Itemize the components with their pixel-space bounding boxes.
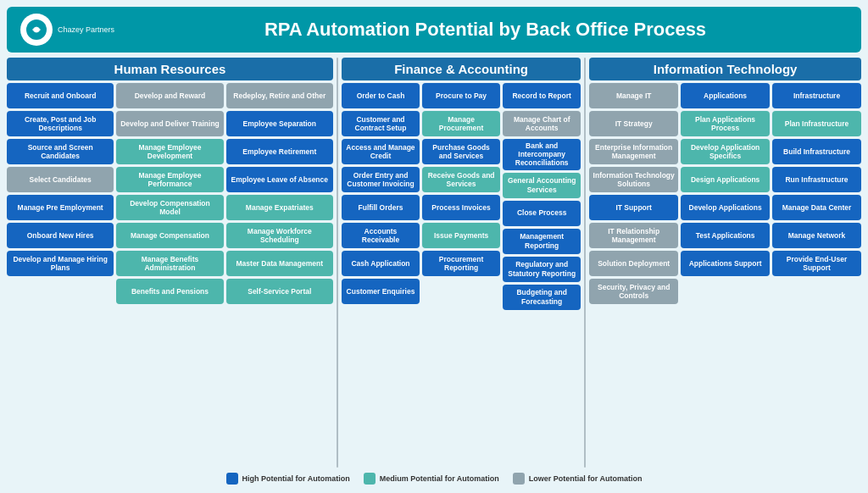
it-infrastructure: Infrastructure xyxy=(772,83,861,108)
fa-procure-pay: Procure to Pay xyxy=(422,83,500,108)
legend: High Potential for Automation Medium Pot… xyxy=(7,471,861,486)
hr-col-2: Develop and Reward Develop and Deliver T… xyxy=(116,83,223,468)
logo-area: Chazey Partners xyxy=(20,14,114,46)
fa-gen-acct: General Accounting Services xyxy=(503,173,581,198)
it-plan-infra: Plan Infrastructure xyxy=(772,111,861,136)
fa-col-3: Record to Report Manage Chart of Account… xyxy=(503,83,581,468)
section-hr: Human Resources Recruit and Onboard Crea… xyxy=(7,58,333,468)
fa-columns: Order to Cash Customer and Contract Setu… xyxy=(342,83,581,468)
fa-manage-proc: Manage Procurement xyxy=(422,111,500,136)
it-empty-2 xyxy=(772,279,861,304)
fa-header: Finance & Accounting xyxy=(342,58,581,80)
hr-redeploy: Redeploy, Retire and Other xyxy=(226,83,333,108)
hr-develop-deliver: Develop and Deliver Training xyxy=(116,111,223,136)
fa-receive: Receive Goods and Services xyxy=(422,167,500,192)
divider-hr-fa xyxy=(337,58,338,468)
hr-develop-hiring: Develop and Manage Hiring Plans xyxy=(7,251,114,276)
fa-credit: Access and Manage Credit xyxy=(342,139,420,164)
hr-select: Select Candidates xyxy=(7,167,114,192)
hr-develop-comp: Develop Compensation Model xyxy=(116,195,223,220)
header-title: RPA Automation Potential by Back Office … xyxy=(123,19,848,41)
fa-issue-pay: Issue Payments xyxy=(422,223,500,248)
logo-text: Chazey Partners xyxy=(58,25,114,35)
fa-order-entry: Order Entry and Customer Invoicing xyxy=(342,167,420,192)
page-container: Chazey Partners RPA Automation Potential… xyxy=(0,0,868,493)
legend-med-box xyxy=(364,473,376,485)
fa-col-2: Procure to Pay Manage Procurement Purcha… xyxy=(422,83,500,468)
it-data-center: Manage Data Center xyxy=(772,195,861,220)
fa-budgeting: Budgeting and Forecasting xyxy=(503,285,581,310)
fa-reg-report: Regulatory and Statutory Reporting xyxy=(503,257,581,282)
legend-low-label: Lower Potential for Automation xyxy=(529,474,643,483)
logo-circle xyxy=(20,14,53,46)
hr-header: Human Resources xyxy=(7,58,333,80)
fa-close-process: Close Process xyxy=(503,201,581,226)
hr-manage-comp: Manage Compensation xyxy=(116,223,223,248)
it-manage-it: Manage IT xyxy=(589,83,678,108)
page-header: Chazey Partners RPA Automation Potential… xyxy=(7,7,861,53)
fa-mgmt-report: Management Reporting xyxy=(503,229,581,254)
fa-empty-1 xyxy=(422,279,500,304)
it-test-apps: Test Applications xyxy=(681,223,770,248)
hr-recruit: Recruit and Onboard xyxy=(7,83,114,108)
fa-chart-accounts: Manage Chart of Accounts xyxy=(503,111,581,136)
fa-order-cash: Order to Cash xyxy=(342,83,420,108)
it-solution-deploy: Solution Deployment xyxy=(589,251,678,276)
hr-master-data: Master Data Management xyxy=(226,251,333,276)
hr-self-service: Self-Service Portal xyxy=(226,279,333,304)
it-support: IT Support xyxy=(589,195,678,220)
fa-col-1: Order to Cash Customer and Contract Setu… xyxy=(342,83,420,468)
hr-emp-leave: Employee Leave of Absence xyxy=(226,167,333,192)
hr-emp-retirement: Employee Retirement xyxy=(226,139,333,164)
fa-process-inv: Process Invoices xyxy=(422,195,500,220)
it-solutions: Information Technology Solutions xyxy=(589,167,678,192)
it-enterprise-info: Enterprise Information Management xyxy=(589,139,678,164)
it-dev-app-spec: Develop Application Specifics xyxy=(681,139,770,164)
hr-benefits-pensions: Benefits and Pensions xyxy=(116,279,223,304)
legend-med: Medium Potential for Automation xyxy=(364,473,499,485)
hr-manage-perf: Manage Employee Performance xyxy=(116,167,223,192)
fa-cash-app: Cash Application xyxy=(342,251,420,276)
hr-emp-separation: Employee Separation xyxy=(226,111,333,136)
fa-ar: Accounts Receivable xyxy=(342,223,420,248)
hr-benefits-admin: Manage Benefits Administration xyxy=(116,251,223,276)
legend-low-box xyxy=(513,473,525,485)
hr-expatriates: Manage Expatriates xyxy=(226,195,333,220)
it-col-1: Manage IT IT Strategy Enterprise Informa… xyxy=(589,83,678,468)
it-design-apps: Design Applications xyxy=(681,167,770,192)
legend-med-label: Medium Potential for Automation xyxy=(380,474,499,483)
it-empty-1 xyxy=(681,279,770,304)
hr-pre-employ: Manage Pre Employment xyxy=(7,195,114,220)
legend-high-box xyxy=(226,473,238,485)
it-col-2: Applications Plan Applications Process D… xyxy=(681,83,770,468)
hr-workforce: Manage Workforce Scheduling xyxy=(226,223,333,248)
legend-low: Lower Potential for Automation xyxy=(513,473,643,485)
hr-columns: Recruit and Onboard Create, Post and Job… xyxy=(7,83,333,468)
it-header: Information Technology xyxy=(589,58,861,80)
divider-fa-it xyxy=(584,58,586,468)
chazey-logo-icon xyxy=(25,19,47,41)
it-apps-support: Applications Support xyxy=(681,251,770,276)
fa-proc-report: Procurement Reporting xyxy=(422,251,500,276)
it-col-3: Infrastructure Plan Infrastructure Build… xyxy=(772,83,861,468)
it-dev-apps: Develop Applications xyxy=(681,195,770,220)
it-strategy: IT Strategy xyxy=(589,111,678,136)
hr-onboard: Onboard New Hires xyxy=(7,223,114,248)
hr-manage-emp-dev: Manage Employee Development xyxy=(116,139,223,164)
it-network: Manage Network xyxy=(772,223,861,248)
hr-source-screen: Source and Screen Candidates xyxy=(7,139,114,164)
svg-point-1 xyxy=(34,27,39,32)
it-security: Security, Privacy and Controls xyxy=(589,279,678,304)
fa-customer-enq: Customer Enquiries xyxy=(342,279,420,304)
it-relationship: IT Relationship Management xyxy=(589,223,678,248)
it-build-infra: Build Infrastructure xyxy=(772,139,861,164)
fa-purchase: Purchase Goods and Services xyxy=(422,139,500,164)
legend-high: High Potential for Automation xyxy=(226,473,350,485)
hr-create-post: Create, Post and Job Descriptions xyxy=(7,111,114,136)
it-columns: Manage IT IT Strategy Enterprise Informa… xyxy=(589,83,861,468)
it-applications: Applications xyxy=(681,83,770,108)
hr-col-3: Redeploy, Retire and Other Employee Sepa… xyxy=(226,83,333,468)
section-it: Information Technology Manage IT IT Stra… xyxy=(589,58,861,468)
legend-high-label: High Potential for Automation xyxy=(242,474,350,483)
it-run-infra: Run Infrastructure xyxy=(772,167,861,192)
